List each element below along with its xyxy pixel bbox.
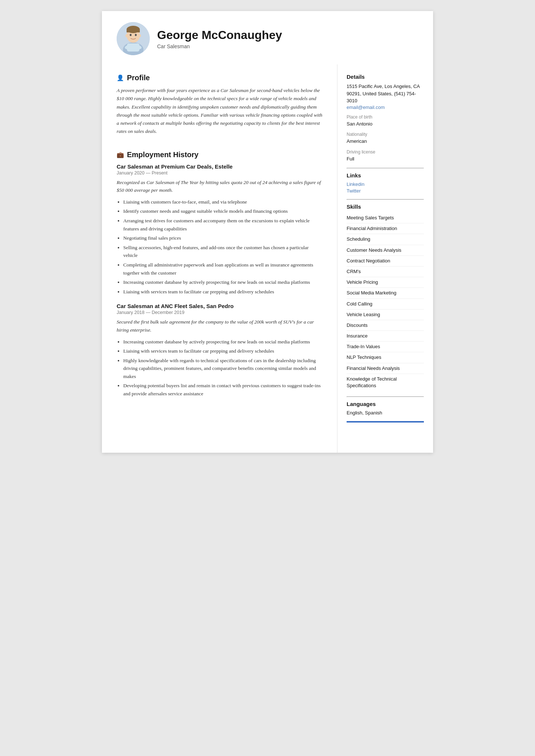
- job-summary-1: Recognized as Car Salesman of The Year b…: [117, 179, 324, 194]
- links-title: Links: [347, 172, 424, 179]
- svg-rect-7: [127, 29, 140, 32]
- detail-address: 1515 Pacific Ave, Los Angeles, CA 90291,…: [347, 83, 424, 105]
- skill-item: Discounts: [347, 320, 424, 331]
- right-column: Details 1515 Pacific Ave, Los Angeles, C…: [337, 64, 433, 453]
- bullet-item: Completing all administrative paperwork …: [123, 261, 324, 277]
- resume-container: George McConaughey Car Salesman 👤 Profil…: [102, 11, 433, 453]
- bullet-item: Selling accessories, high-end features, …: [123, 244, 324, 259]
- header-section: George McConaughey Car Salesman: [102, 11, 433, 64]
- skill-item: Vehicle Leasing: [347, 310, 424, 320]
- nationality-value: American: [347, 138, 424, 145]
- skills-section: Skills Meeting Sales Targets Financial A…: [347, 204, 424, 391]
- languages-value: English, Spanish: [347, 410, 424, 416]
- nationality-label: Nationality: [347, 132, 424, 137]
- employment-section: 💼 Employment History Car Salesman at Pre…: [117, 151, 324, 398]
- profile-text: A proven performer with four years exper…: [117, 86, 324, 136]
- details-title: Details: [347, 74, 424, 80]
- bullet-item: Developing potential buyers list and rem…: [123, 382, 324, 398]
- job-block-2: Car Salesman at ANC Fleet Sales, San Ped…: [117, 303, 324, 398]
- job-block-1: Car Salesman at Premium Car Deals, Estel…: [117, 163, 324, 296]
- bullet-item: Increasing customer database by actively…: [123, 338, 324, 346]
- svg-point-8: [130, 34, 132, 36]
- languages-title: Languages: [347, 401, 424, 407]
- job-period-1: January 2020 — Present: [117, 170, 324, 176]
- job-title-1: Car Salesman at Premium Car Deals, Estel…: [117, 163, 324, 170]
- email-link[interactable]: email@email.com: [347, 105, 424, 110]
- skill-item: Scheduling: [347, 234, 424, 245]
- languages-section: Languages English, Spanish: [347, 401, 424, 423]
- blue-accent-bar: [347, 421, 424, 423]
- skill-item: Meeting Sales Targets: [347, 213, 424, 223]
- svg-point-11: [139, 34, 141, 37]
- header-info: George McConaughey Car Salesman: [157, 28, 418, 49]
- skill-item: Customer Needs Analysis: [347, 245, 424, 256]
- skill-item: Vehicle Pricing: [347, 277, 424, 288]
- candidate-name: George McConaughey: [157, 28, 418, 42]
- skill-item: Contract Negotiation: [347, 256, 424, 266]
- skill-item: CRM's: [347, 266, 424, 277]
- bullet-item: Highly knowledgeable with regards to tec…: [123, 357, 324, 381]
- skill-item: Cold Calling: [347, 299, 424, 310]
- job-summary-2: Secured the first bulk sale agreement fo…: [117, 318, 324, 334]
- svg-point-9: [135, 34, 137, 36]
- skill-item: Trade-In Values: [347, 342, 424, 352]
- bullet-item: Liaising with services team to facilitat…: [123, 347, 324, 355]
- driving-license-label: Driving license: [347, 149, 424, 155]
- job-period-2: January 2018 — December 2019: [117, 310, 324, 315]
- bullet-item: Identify customer needs and suggest suit…: [123, 207, 324, 215]
- job-bullets-2: Increasing customer database by actively…: [117, 338, 324, 398]
- job-title-2: Car Salesman at ANC Fleet Sales, San Ped…: [117, 303, 324, 309]
- candidate-title: Car Salesman: [157, 43, 418, 49]
- links-section: Links Linkedin Twitter: [347, 172, 424, 194]
- linkedin-link[interactable]: Linkedin: [347, 181, 424, 187]
- place-of-birth-label: Place of birth: [347, 114, 424, 120]
- skill-item: NLP Techniques: [347, 352, 424, 363]
- twitter-link[interactable]: Twitter: [347, 188, 424, 194]
- skill-item: Knowledge of Technical Specifications: [347, 374, 424, 391]
- bullet-item: Arranging test drives for customers and …: [123, 217, 324, 233]
- left-column: 👤 Profile A proven performer with four y…: [102, 64, 337, 453]
- details-section: Details 1515 Pacific Ave, Los Angeles, C…: [347, 74, 424, 162]
- bullet-item: Negotiating final sales prices: [123, 234, 324, 242]
- avatar: [117, 22, 150, 55]
- profile-section: 👤 Profile A proven performer with four y…: [117, 74, 324, 136]
- bullet-item: Liaising with customers face-to-face, em…: [123, 198, 324, 206]
- svg-point-10: [125, 34, 128, 37]
- bullet-item: Liaising with services team to facilitat…: [123, 288, 324, 296]
- employment-icon: 💼: [117, 151, 124, 158]
- skills-title: Skills: [347, 204, 424, 210]
- employment-section-title: 💼 Employment History: [117, 151, 324, 159]
- skill-item: Social Media Marketing: [347, 288, 424, 298]
- skill-item: Financial Needs Analysis: [347, 363, 424, 374]
- place-of-birth-value: San Antonio: [347, 120, 424, 128]
- job-bullets-1: Liaising with customers face-to-face, em…: [117, 198, 324, 296]
- driving-license-value: Full: [347, 155, 424, 163]
- profile-section-title: 👤 Profile: [117, 74, 324, 82]
- bullet-item: Increasing customer database by actively…: [123, 278, 324, 286]
- skill-item: Insurance: [347, 331, 424, 342]
- main-body: 👤 Profile A proven performer with four y…: [102, 64, 433, 453]
- profile-icon: 👤: [117, 74, 124, 81]
- skill-item: Financial Administration: [347, 223, 424, 234]
